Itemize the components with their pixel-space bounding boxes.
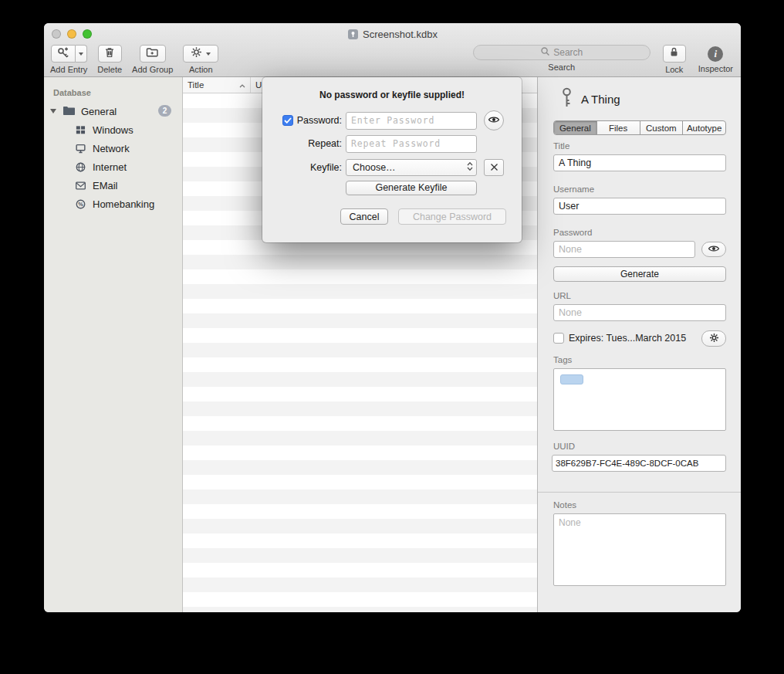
add-group-button[interactable]: [140, 45, 166, 63]
tag-chip[interactable]: [560, 374, 583, 384]
generate-keyfile-label: Generate Keyfile: [375, 182, 447, 193]
lock-icon: [668, 46, 680, 61]
title-field-label: Title: [553, 141, 569, 151]
generate-keyfile-button[interactable]: Generate Keyfile: [346, 181, 477, 195]
add-entry-label: Add Entry: [50, 65, 87, 74]
gear-icon: [191, 46, 202, 61]
password-checkbox[interactable]: [282, 115, 293, 126]
lock-label: Lock: [665, 65, 683, 74]
tab-autotype[interactable]: Autotype: [683, 121, 725, 134]
tab-general[interactable]: General: [554, 121, 597, 134]
url-field-label: URL: [553, 291, 571, 300]
username-field-label: Username: [553, 185, 594, 194]
tags-box[interactable]: [553, 368, 726, 431]
toolbar: Add Entry Delete: [44, 43, 741, 77]
svg-text:%: %: [78, 201, 83, 208]
uuid-label: UUID: [553, 442, 575, 451]
app-window: Screenshot.kdbx Add Entry: [44, 23, 741, 612]
notes-label: Notes: [553, 500, 576, 510]
keyfile-label: Keyfile:: [310, 162, 342, 173]
chevron-down-icon: [206, 52, 211, 56]
notes-field[interactable]: [553, 513, 726, 586]
trash-icon: [103, 46, 116, 62]
repeat-label: Repeat:: [308, 138, 342, 149]
folder-icon: [63, 105, 76, 118]
tab-files[interactable]: Files: [597, 121, 640, 134]
dialog-message: No password or keyfile supplied!: [262, 90, 522, 100]
url-field[interactable]: [553, 304, 726, 321]
windows-icon: [75, 124, 86, 136]
inspector-tabs: General Files Custom Autotype: [553, 120, 726, 135]
generate-password-button[interactable]: Generate: [553, 266, 726, 282]
globe-icon: [75, 161, 86, 173]
uuid-field[interactable]: [552, 455, 726, 472]
sort-ascending-icon: [239, 80, 245, 90]
password-field-label: Password: [553, 228, 593, 237]
expires-label: Expires: Tues...March 2015: [569, 333, 686, 344]
delete-label: Delete: [97, 65, 122, 74]
search-placeholder: Search: [553, 47, 583, 58]
gear-icon: [709, 332, 719, 346]
sidebar-item-windows[interactable]: Windows: [44, 120, 182, 139]
column-header-title[interactable]: Title: [183, 77, 251, 93]
sidebar-item-internet[interactable]: Internet: [44, 157, 182, 176]
lock-button[interactable]: [663, 45, 686, 63]
expires-checkbox[interactable]: [553, 333, 564, 344]
entry-title: A Thing: [581, 93, 620, 106]
clear-keyfile-button[interactable]: [484, 159, 504, 176]
expires-settings-button[interactable]: [701, 330, 726, 347]
add-entry-dropdown-button[interactable]: [76, 45, 87, 63]
folder-plus-icon: [146, 46, 159, 61]
window-title: Screenshot.kdbx: [363, 29, 438, 40]
sidebar-group-label: General: [81, 106, 117, 117]
sidebar-item-homebanking[interactable]: % Homebanking: [44, 195, 182, 213]
repeat-password-input[interactable]: [346, 135, 477, 153]
username-field[interactable]: [553, 198, 726, 215]
window-header: Screenshot.kdbx Add Entry: [44, 23, 741, 77]
enter-password-input[interactable]: [346, 112, 477, 130]
email-icon: [75, 180, 86, 191]
reveal-password-button[interactable]: [701, 242, 726, 257]
popup-stepper-icon: [467, 161, 473, 174]
tab-custom[interactable]: Custom: [640, 121, 684, 134]
cancel-button[interactable]: Cancel: [340, 208, 388, 225]
change-password-label: Change Password: [413, 212, 492, 222]
password-field[interactable]: [553, 241, 695, 258]
add-entry-button[interactable]: [51, 45, 76, 63]
column-title-label: Title: [188, 80, 204, 90]
password-label: Password:: [297, 115, 342, 126]
change-password-dialog: No password or keyfile supplied! Passwor…: [262, 77, 522, 242]
sidebar-section-header: Database: [44, 85, 182, 102]
key-icon: [561, 87, 573, 111]
inspector-toggle-button[interactable]: i: [708, 46, 723, 62]
column-username-label: U: [255, 80, 262, 90]
inspector-label: Inspector: [698, 64, 733, 73]
sidebar-item-label: EMail: [93, 180, 118, 191]
sidebar-item-label: Windows: [93, 124, 133, 136]
key-plus-icon: [57, 46, 69, 62]
action-label: Action: [189, 65, 213, 74]
search-input[interactable]: Search: [473, 45, 651, 60]
chevron-down-icon: [79, 52, 83, 56]
homebanking-icon: %: [75, 198, 86, 210]
title-field[interactable]: [553, 154, 726, 171]
reveal-password-button[interactable]: [484, 110, 504, 130]
add-group-label: Add Group: [132, 65, 173, 74]
inspector-divider: [538, 492, 741, 493]
sidebar: Database General 2 Windows Network: [44, 77, 183, 612]
sidebar-item-label: Internet: [93, 161, 127, 173]
keyfile-value: Choose…: [353, 162, 396, 173]
network-icon: [75, 143, 86, 154]
action-button[interactable]: [183, 45, 218, 63]
generate-label: Generate: [620, 269, 659, 279]
sidebar-item-network[interactable]: Network: [44, 139, 182, 157]
keyfile-popup-button[interactable]: Choose…: [346, 159, 477, 176]
sidebar-item-label: Network: [93, 143, 130, 154]
disclosure-triangle-icon[interactable]: [50, 109, 56, 113]
sidebar-item-label: Homebanking: [93, 198, 154, 210]
sidebar-item-email[interactable]: EMail: [44, 176, 182, 195]
sidebar-group-general[interactable]: General 2: [44, 102, 182, 120]
search-icon: [540, 46, 550, 59]
change-password-button[interactable]: Change Password: [398, 208, 506, 225]
delete-button[interactable]: [98, 45, 122, 63]
